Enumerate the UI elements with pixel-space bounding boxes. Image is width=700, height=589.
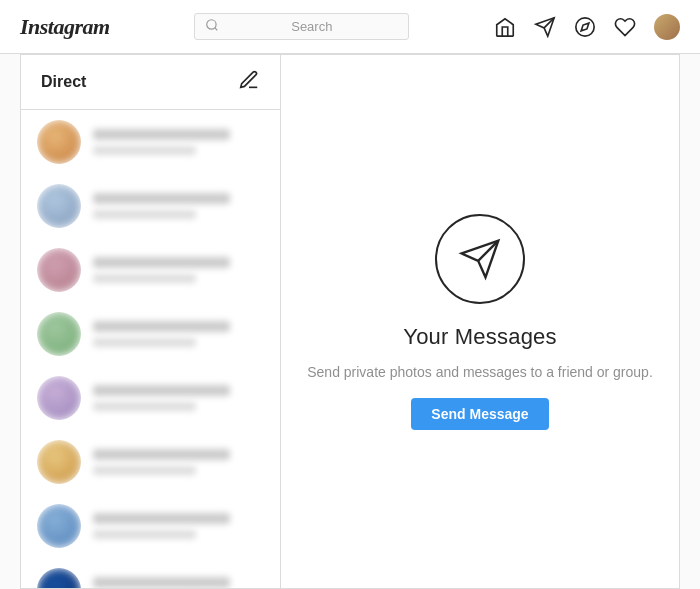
home-icon[interactable] (494, 16, 516, 38)
conv-name (93, 129, 230, 140)
sidebar-title: Direct (41, 73, 86, 91)
conv-info (93, 577, 264, 588)
conv-info (93, 513, 264, 539)
messages-empty: Your Messages Send private photos and me… (307, 214, 653, 430)
search-icon (205, 18, 219, 35)
conversation-item[interactable] (21, 302, 280, 366)
messages-panel: Your Messages Send private photos and me… (281, 55, 679, 588)
heart-icon[interactable] (614, 16, 636, 38)
conversation-item[interactable] (21, 238, 280, 302)
explore-icon[interactable] (574, 16, 596, 38)
svg-point-4 (576, 17, 594, 35)
conv-last-message (93, 530, 196, 539)
conv-avatar (37, 376, 81, 420)
instagram-logo: Instagram (20, 14, 110, 40)
conv-name (93, 321, 230, 332)
conv-info (93, 129, 264, 155)
messages-subtitle: Send private photos and messages to a fr… (307, 364, 653, 380)
messages-title: Your Messages (403, 324, 556, 350)
conv-last-message (93, 146, 196, 155)
conv-avatar (37, 312, 81, 356)
conv-avatar (37, 440, 81, 484)
conversation-item[interactable] (21, 558, 280, 588)
conv-info (93, 193, 264, 219)
send-message-button[interactable]: Send Message (411, 398, 548, 430)
conversation-item[interactable] (21, 174, 280, 238)
conv-name (93, 577, 230, 588)
sidebar: Direct (21, 55, 281, 588)
svg-marker-5 (581, 23, 589, 31)
conversation-item[interactable] (21, 494, 280, 558)
nav-icons (494, 14, 680, 40)
conv-info (93, 385, 264, 411)
navbar: Instagram (0, 0, 700, 54)
svg-line-1 (215, 28, 218, 31)
conversations-list[interactable] (21, 110, 280, 588)
search-input[interactable] (225, 19, 398, 34)
conversation-item[interactable] (21, 110, 280, 174)
main-content: Direct (20, 54, 680, 589)
send-message-icon-circle (435, 214, 525, 304)
conv-name (93, 513, 230, 524)
conv-info (93, 321, 264, 347)
conv-avatar (37, 184, 81, 228)
conv-name (93, 193, 230, 204)
conv-info (93, 257, 264, 283)
conversation-item[interactable] (21, 366, 280, 430)
conv-last-message (93, 466, 196, 475)
sidebar-header: Direct (21, 55, 280, 110)
conv-info (93, 449, 264, 475)
search-bar[interactable] (194, 13, 409, 40)
conv-avatar (37, 120, 81, 164)
conv-name (93, 257, 230, 268)
conversation-item[interactable] (21, 430, 280, 494)
compose-icon[interactable] (238, 69, 260, 95)
conv-name (93, 385, 230, 396)
send-icon[interactable] (534, 16, 556, 38)
conv-avatar (37, 568, 81, 588)
conv-avatar (37, 504, 81, 548)
avatar[interactable] (654, 14, 680, 40)
conv-last-message (93, 338, 196, 347)
conv-last-message (93, 402, 196, 411)
conv-name (93, 449, 230, 460)
conv-last-message (93, 210, 196, 219)
svg-point-0 (207, 20, 216, 29)
conv-avatar (37, 248, 81, 292)
conv-last-message (93, 274, 196, 283)
